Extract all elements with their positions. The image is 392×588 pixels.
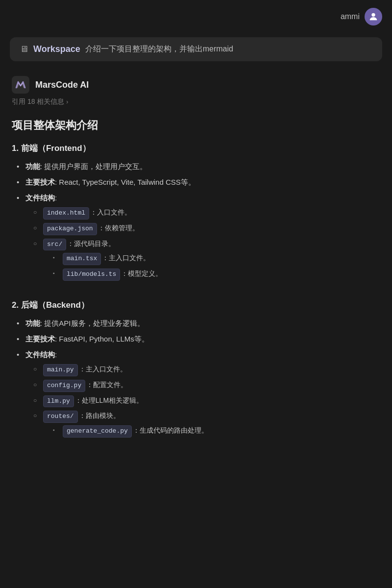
svg-point-0 bbox=[371, 13, 375, 17]
bullet-text: : 提供API服务，处理业务逻辑。 bbox=[40, 319, 145, 327]
workspace-label: Workspace bbox=[33, 44, 80, 54]
code-tag: main.tsx bbox=[63, 253, 101, 265]
list-item: lib/models.ts：模型定义。 bbox=[53, 268, 380, 281]
list-item: src/：源代码目录。 main.tsx：主入口文件。 lib/models.t… bbox=[33, 238, 380, 281]
workspace-icon: 🖥 bbox=[20, 44, 28, 54]
bullet-text: : FastAPI, Python, LLMs等。 bbox=[55, 335, 149, 343]
frontend-bullet-list: 功能: 提供用户界面，处理用户交互。 主要技术: React, TypeScri… bbox=[12, 161, 380, 281]
code-tag: lib/models.ts bbox=[63, 269, 120, 281]
citation-text: 引用 18 相关信息 bbox=[12, 98, 64, 106]
citation-chevron: › bbox=[66, 98, 68, 105]
bullet-text: : 提供用户界面，处理用户交互。 bbox=[40, 162, 147, 171]
citation-line[interactable]: 引用 18 相关信息 › bbox=[12, 98, 380, 106]
list-item: 功能: 提供用户界面，处理用户交互。 bbox=[16, 161, 380, 172]
sub-text: ：主入口文件。 bbox=[79, 365, 127, 373]
list-item: 功能: 提供API服务，处理业务逻辑。 bbox=[16, 318, 380, 329]
list-item: main.tsx：主入口文件。 bbox=[53, 252, 380, 265]
list-item: package.json：依赖管理。 bbox=[33, 222, 380, 235]
avatar[interactable] bbox=[365, 8, 382, 25]
routes-deeplist: generate_code.py：生成代码的路由处理。 bbox=[43, 425, 380, 438]
query-text: 介绍一下项目整理的架构，并输出mermaid bbox=[85, 44, 233, 54]
sub-text: ：入口文件。 bbox=[90, 208, 131, 216]
bullet-label: 主要技术 bbox=[25, 178, 55, 186]
list-item: 文件结构: index.html：入口文件。 package.json：依赖管理… bbox=[16, 192, 380, 281]
list-item: 主要技术: React, TypeScript, Vite, Tailwind … bbox=[16, 176, 380, 188]
list-item: generate_code.py：生成代码的路由处理。 bbox=[53, 425, 380, 438]
code-tag: config.py bbox=[43, 380, 85, 392]
code-tag: main.py bbox=[43, 364, 78, 376]
list-item: 主要技术: FastAPI, Python, LLMs等。 bbox=[16, 333, 380, 345]
ai-provider-header: MarsCode AI bbox=[12, 76, 380, 94]
code-tag: generate_code.py bbox=[63, 425, 132, 438]
src-deeplist: main.tsx：主入口文件。 lib/models.ts：模型定义。 bbox=[43, 252, 380, 281]
user-info: ammi bbox=[341, 8, 382, 25]
section-heading-1: 1. 前端（Frontend） bbox=[12, 143, 380, 154]
list-item: routes/：路由模块。 generate_code.py：生成代码的路由处理… bbox=[33, 410, 380, 438]
backend-bullet-list: 功能: 提供API服务，处理业务逻辑。 主要技术: FastAPI, Pytho… bbox=[12, 318, 380, 438]
sub-text: ：配置文件。 bbox=[86, 381, 127, 389]
sub-text: ：处理LLM相关逻辑。 bbox=[75, 396, 143, 404]
section-heading-2: 2. 后端（Backend） bbox=[12, 299, 380, 311]
code-tag: llm.py bbox=[43, 395, 74, 408]
sub-text: ：依赖管理。 bbox=[98, 224, 139, 232]
deep-text: ：生成代码的路由处理。 bbox=[133, 426, 208, 434]
code-tag: routes/ bbox=[43, 411, 78, 423]
list-item: config.py：配置文件。 bbox=[33, 379, 380, 392]
main-title: 项目整体架构介绍 bbox=[12, 118, 380, 133]
ai-logo bbox=[12, 76, 29, 94]
deep-text: ：主入口文件。 bbox=[102, 254, 150, 262]
username: ammi bbox=[341, 12, 360, 21]
list-item: 文件结构: main.py：主入口文件。 config.py：配置文件。 llm… bbox=[16, 349, 380, 438]
bullet-text: : bbox=[55, 194, 57, 202]
command-bar[interactable]: 🖥 Workspace 介绍一下项目整理的架构，并输出mermaid bbox=[10, 37, 382, 61]
list-item: llm.py：处理LLM相关逻辑。 bbox=[33, 395, 380, 408]
list-item: index.html：入口文件。 bbox=[33, 207, 380, 220]
ai-provider-name: MarsCode AI bbox=[35, 80, 89, 90]
sub-text: ：路由模块。 bbox=[79, 412, 120, 419]
code-tag: package.json bbox=[43, 223, 97, 235]
backend-file-sublist: main.py：主入口文件。 config.py：配置文件。 llm.py：处理… bbox=[25, 364, 380, 438]
code-tag: index.html bbox=[43, 207, 89, 220]
bullet-text: : bbox=[55, 350, 57, 359]
bullet-label: 功能 bbox=[25, 162, 40, 171]
code-tag: src/ bbox=[43, 239, 66, 251]
main-content: MarsCode AI 引用 18 相关信息 › 项目整体架构介绍 1. 前端（… bbox=[0, 71, 392, 462]
bullet-text: : React, TypeScript, Vite, Tailwind CSS等… bbox=[55, 178, 196, 186]
bullet-label: 文件结构 bbox=[25, 194, 55, 202]
bullet-label: 主要技术 bbox=[25, 335, 55, 343]
file-structure-sublist: index.html：入口文件。 package.json：依赖管理。 src/… bbox=[25, 207, 380, 281]
deep-text: ：模型定义。 bbox=[121, 270, 162, 277]
bullet-label: 功能 bbox=[25, 319, 40, 327]
sub-text: ：源代码目录。 bbox=[67, 240, 115, 247]
list-item: main.py：主入口文件。 bbox=[33, 364, 380, 376]
bullet-label: 文件结构 bbox=[25, 350, 55, 359]
header: ammi bbox=[0, 0, 392, 33]
